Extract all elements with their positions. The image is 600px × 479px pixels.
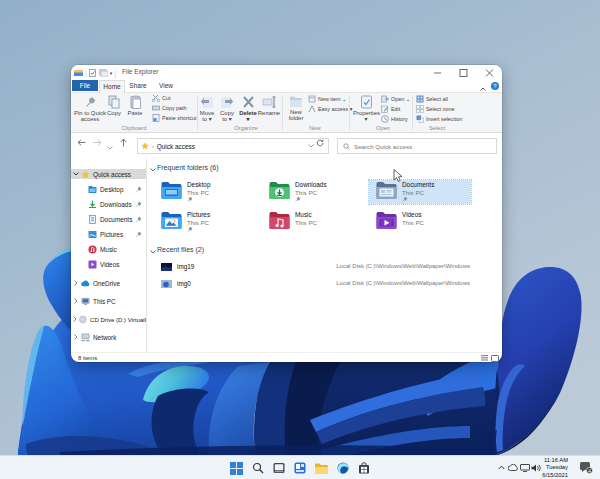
svg-text:4: 4 [588,468,591,474]
